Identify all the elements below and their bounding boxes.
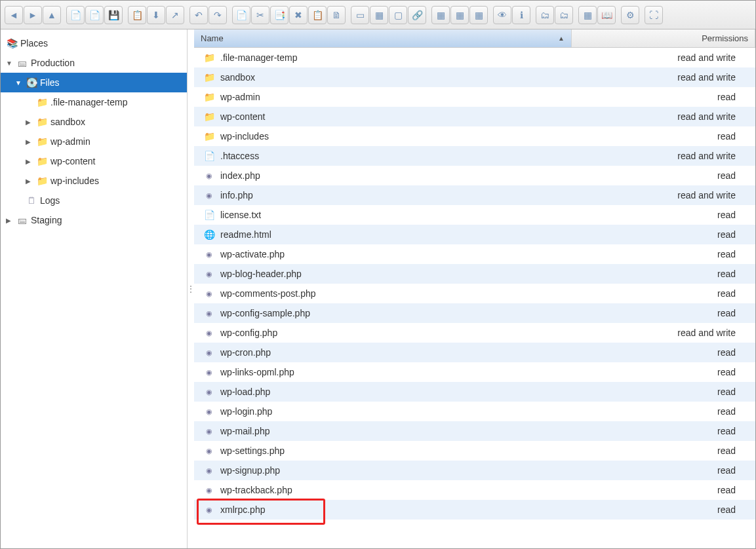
file-row[interactable]: 📄.htaccessread and write bbox=[194, 146, 755, 166]
php-file-icon: ◉ bbox=[203, 170, 215, 181]
tree-item-label: Production bbox=[31, 58, 75, 68]
places-header[interactable]: 📚 Places bbox=[1, 33, 187, 53]
redo-icon[interactable]: ↷ bbox=[209, 6, 227, 24]
file-row[interactable]: ◉xmlrpc.phpread bbox=[194, 500, 755, 520]
apps-icon[interactable]: ▦ bbox=[578, 6, 597, 24]
preview-icon[interactable]: 👁 bbox=[493, 6, 511, 24]
forward-icon[interactable]: ► bbox=[24, 6, 42, 24]
file-row[interactable]: ◉wp-comments-post.phpread bbox=[194, 284, 755, 303]
file-row[interactable]: 📁wp-includesread bbox=[194, 126, 755, 146]
file-permissions: read bbox=[572, 269, 755, 279]
download-icon[interactable]: ⬇ bbox=[147, 6, 165, 24]
pointer-icon[interactable]: ↗ bbox=[166, 6, 184, 24]
info-icon[interactable]: ℹ bbox=[512, 6, 530, 24]
file-permissions: read and write bbox=[572, 151, 755, 161]
file-name: sandbox bbox=[220, 72, 255, 83]
tree-item-logs[interactable]: 🗒Logs bbox=[1, 191, 187, 210]
twisty-icon[interactable]: ▶ bbox=[26, 138, 33, 145]
file-row[interactable]: ◉index.phpread bbox=[194, 166, 755, 185]
book-icon[interactable]: 📖 bbox=[597, 6, 616, 24]
undo-icon[interactable]: ↶ bbox=[189, 6, 208, 24]
up-icon[interactable]: ▲ bbox=[43, 6, 61, 24]
paste-icon[interactable]: 📋 bbox=[308, 6, 327, 24]
tree-item-sandbox[interactable]: ▶📁sandbox bbox=[1, 112, 187, 132]
copy-path-icon[interactable]: 📋 bbox=[128, 6, 146, 24]
grid-large-icon[interactable]: ▦ bbox=[431, 6, 450, 24]
php-file-icon: ◉ bbox=[203, 288, 215, 299]
file-row[interactable]: 📁wp-adminread bbox=[194, 87, 755, 107]
file-row[interactable]: ◉wp-signup.phpread bbox=[194, 461, 755, 480]
new-file-icon[interactable]: 📄 bbox=[232, 6, 250, 24]
new-folder-icon[interactable]: 📄 bbox=[66, 6, 85, 24]
file-permissions: read and write bbox=[572, 52, 755, 63]
file-permissions: read bbox=[572, 210, 755, 220]
file-row[interactable]: 📁.file-manager-tempread and write bbox=[194, 48, 755, 67]
file-row[interactable]: ◉wp-links-opml.phpread bbox=[194, 362, 755, 382]
file-row[interactable]: ◉wp-cron.phpread bbox=[194, 343, 755, 362]
file-list-header: Name ▲ Permissions bbox=[194, 29, 755, 48]
file-name: xmlrpc.php bbox=[220, 504, 265, 515]
folder-ic: 📁 bbox=[36, 136, 48, 147]
cut-icon[interactable]: ✂ bbox=[251, 6, 269, 24]
twisty-icon[interactable]: ▶ bbox=[26, 119, 33, 126]
copy-icon[interactable]: 📑 bbox=[270, 6, 288, 24]
tree-item-files[interactable]: ▼💽Files bbox=[1, 73, 187, 92]
file-name: wp-mail.php bbox=[220, 426, 269, 436]
twisty-icon[interactable]: ▶ bbox=[26, 178, 33, 185]
tree-item-wp-admin[interactable]: ▶📁wp-admin bbox=[1, 132, 187, 151]
file-row[interactable]: 📁wp-contentread and write bbox=[194, 107, 755, 126]
file-row[interactable]: ◉info.phpread and write bbox=[194, 185, 755, 205]
file-row[interactable]: ◉wp-load.phpread bbox=[194, 382, 755, 402]
grid-mixed-icon[interactable]: ▦ bbox=[469, 6, 488, 24]
twisty-icon[interactable]: ▼ bbox=[15, 79, 23, 86]
file-row[interactable]: 📄license.txtread bbox=[194, 205, 755, 225]
file-name: wp-signup.php bbox=[220, 465, 280, 476]
file-row[interactable]: ◉wp-config-sample.phpread bbox=[194, 303, 755, 323]
file-row[interactable]: ◉wp-config.phpread and write bbox=[194, 323, 755, 343]
link-icon[interactable]: 🔗 bbox=[408, 6, 426, 24]
file-name: wp-load.php bbox=[220, 387, 270, 397]
duplicate-icon[interactable]: 🗎 bbox=[327, 6, 346, 24]
file-row[interactable]: ◉wp-login.phpread bbox=[194, 402, 755, 421]
file-row[interactable]: 📁sandboxread and write bbox=[194, 67, 755, 87]
back-icon[interactable]: ◄ bbox=[5, 6, 23, 24]
places-label: Places bbox=[20, 38, 48, 48]
delete-icon[interactable]: ✖ bbox=[289, 6, 308, 24]
file-row[interactable]: ◉wp-activate.phpread bbox=[194, 244, 755, 264]
tree-item-label: Logs bbox=[40, 195, 60, 206]
grid-small-icon[interactable]: ▦ bbox=[450, 6, 469, 24]
upload-icon[interactable]: 📄 bbox=[85, 6, 104, 24]
settings-icon[interactable]: ⚙ bbox=[621, 6, 639, 24]
file-permissions: read bbox=[572, 485, 755, 495]
file-row[interactable]: ◉wp-trackback.phpread bbox=[194, 480, 755, 500]
file-name: wp-blog-header.php bbox=[220, 269, 302, 279]
column-name[interactable]: Name ▲ bbox=[194, 29, 572, 47]
save-icon[interactable]: 💾 bbox=[104, 6, 123, 24]
sort-desc-icon[interactable]: 🗂 bbox=[555, 6, 573, 24]
server-icon: 🖴 bbox=[16, 215, 28, 225]
deselect-icon[interactable]: ▢ bbox=[389, 6, 407, 24]
select-icon[interactable]: ▭ bbox=[351, 6, 369, 24]
fullscreen-icon[interactable]: ⛶ bbox=[645, 6, 663, 24]
tree-item-wp-content[interactable]: ▶📁wp-content bbox=[1, 151, 187, 171]
select-all-icon[interactable]: ▦ bbox=[370, 6, 388, 24]
column-permissions[interactable]: Permissions bbox=[572, 29, 755, 47]
splitter[interactable]: ⋮ bbox=[188, 29, 194, 548]
sort-asc-icon[interactable]: 🗂 bbox=[536, 6, 554, 24]
file-row[interactable]: 🌐readme.htmlread bbox=[194, 225, 755, 244]
twisty-icon[interactable]: ▶ bbox=[6, 217, 14, 224]
file-permissions: read and write bbox=[572, 190, 755, 200]
file-row[interactable]: ◉wp-blog-header.phpread bbox=[194, 264, 755, 284]
twisty-icon[interactable]: ▶ bbox=[26, 158, 33, 165]
php-file-icon: ◉ bbox=[203, 366, 215, 378]
php-file-icon: ◉ bbox=[203, 504, 215, 516]
file-row[interactable]: ◉wp-mail.phpread bbox=[194, 421, 755, 441]
tree-item-production[interactable]: ▼🖴Production bbox=[1, 53, 187, 73]
tree-item--file-manager-temp[interactable]: 📁.file-manager-temp bbox=[1, 92, 187, 112]
tree-item-staging[interactable]: ▶🖴Staging bbox=[1, 210, 187, 230]
php-file-icon: ◉ bbox=[203, 386, 215, 398]
folder-ic: 📁 bbox=[36, 117, 48, 127]
tree-item-wp-includes[interactable]: ▶📁wp-includes bbox=[1, 171, 187, 191]
file-row[interactable]: ◉wp-settings.phpread bbox=[194, 441, 755, 461]
twisty-icon[interactable]: ▼ bbox=[6, 60, 14, 67]
